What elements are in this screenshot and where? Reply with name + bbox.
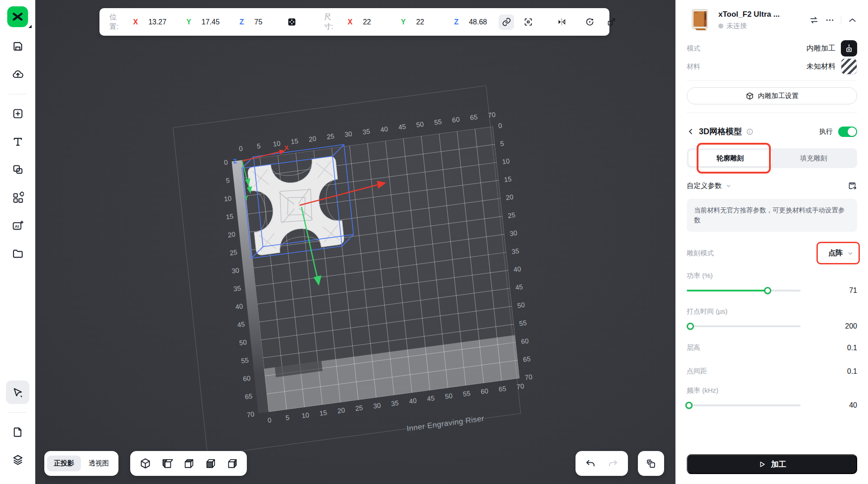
layers-icon [12,454,24,466]
grid-tick-right: 55 [519,319,527,327]
layer-height-value[interactable]: 0.1 [847,344,857,352]
engrave-mode-dropdown[interactable]: 点阵 [828,249,857,258]
grid-tick-bottom: 70 [516,382,524,390]
execute-label: 执行 [819,127,833,136]
flip-horizontal-button[interactable] [554,14,569,30]
sidebar-item-layers[interactable] [6,448,29,471]
switch-device-icon[interactable] [809,15,819,25]
dot-spacing-value[interactable]: 0.1 [847,367,857,376]
x-logo-icon [12,11,24,23]
slider-thumb[interactable] [685,402,693,409]
sidebar-item-text[interactable] [6,130,29,153]
slider-thumb[interactable] [764,287,771,294]
power-value[interactable]: 71 [849,287,857,295]
rotate-button[interactable] [582,14,597,30]
projection-orthographic-button[interactable]: 正投影 [47,456,81,471]
view-left-button[interactable] [157,454,176,473]
mode-badge-button[interactable] [841,40,857,56]
sidebar-item-page[interactable] [6,420,29,443]
device-thumbnail[interactable] [687,7,712,33]
tab-outline-engrave[interactable]: 轮廓雕刻 [689,150,772,166]
save-params-button[interactable] [847,181,857,191]
cube-top-face-icon [183,457,195,470]
position-label: 位置: [109,13,118,32]
copy-icon [646,458,656,469]
sidebar-item-save[interactable] [6,34,29,58]
sidebar-item-shapes[interactable] [6,158,29,181]
frequency-value[interactable]: 40 [849,401,857,409]
duplicate-button[interactable] [638,451,664,476]
mode-value[interactable]: 内雕加工 [807,44,835,53]
grid-tick-right: 25 [507,211,515,220]
material-label: 材料 [687,62,700,71]
grid-tick-bottom: 55 [462,389,471,398]
text-icon [12,136,24,148]
xtool-logo[interactable] [7,6,28,27]
pos-y-value[interactable]: 17.45 [202,18,225,26]
undo-button[interactable] [580,454,601,473]
grid-tick-left: 5 [226,176,230,184]
app-window: AI [0,0,868,484]
sidebar-item-new-project[interactable] [6,102,29,125]
inner-engrave-settings-button[interactable]: 内雕加工设置 [687,87,857,104]
viewport-canvas[interactable]: 0510152025303540455055606570 05101520253… [35,0,675,484]
execute-toggle[interactable] [838,127,857,137]
slider-thumb[interactable] [687,323,694,330]
back-button[interactable] [687,127,695,136]
dot-time-value[interactable]: 200 [845,322,857,330]
more-options-icon[interactable] [825,15,835,25]
grid-tick-right: 45 [515,283,523,291]
sidebar-divider [9,412,27,413]
selection-bounding-box [240,143,361,263]
lock-aspect-ratio-button[interactable] [499,14,514,30]
power-slider[interactable] [687,287,801,295]
size-z-value[interactable]: 48.68 [469,18,492,26]
grid-tick-top: 10 [273,139,281,148]
view-isometric-button[interactable] [136,454,155,473]
anchor-point-button[interactable] [284,14,300,30]
custom-params-dropdown[interactable]: 自定义参数 [687,181,731,191]
size-x-value[interactable]: 22 [363,18,387,26]
section-info[interactable] [746,128,754,136]
cube-front-face-icon [204,457,217,470]
dot-time-slider[interactable] [687,322,801,330]
collapse-panel-icon[interactable] [848,15,857,25]
frequency-slider[interactable] [687,401,801,409]
pos-x-value[interactable]: 13.27 [148,18,172,26]
gizmo-y-label: Y [244,194,249,202]
tab-fill-engrave[interactable]: 填充雕刻 [772,150,856,166]
status-dot-icon [718,23,723,28]
fit-frame-button[interactable] [520,14,536,30]
view-front-button[interactable] [201,454,220,473]
frame-icon [524,17,533,27]
redo-button[interactable] [603,454,623,473]
layer-height-row: 层高 0.1 [687,342,857,354]
size-x-axis: X [348,18,353,26]
view-right-button[interactable] [222,454,241,473]
engrave-mode-value: 点阵 [828,249,843,258]
sidebar-item-elements[interactable] [6,186,29,209]
chevron-down-icon [726,183,731,189]
sidebar-item-files[interactable] [6,242,29,265]
grid-tick-right: 0 [498,122,502,130]
scale-button[interactable] [604,14,619,30]
size-y-value[interactable]: 22 [416,18,439,26]
material-swatch[interactable] [841,58,857,75]
grid-tick-left: 40 [235,302,243,310]
sidebar-item-cloud-upload[interactable] [6,62,29,86]
grid-tick-top: 70 [487,110,495,119]
sidebar-item-select-tool[interactable] [6,381,29,404]
grid-tick-right: 35 [511,247,519,255]
grid-tick-right: 70 [524,373,533,381]
projection-perspective-button[interactable]: 透视图 [82,456,116,471]
view-top-button[interactable] [179,454,198,473]
size-y-axis: Y [401,18,406,26]
pos-z-value[interactable]: 75 [255,18,278,26]
ai-icon: AI [12,220,24,232]
sidebar-item-ai[interactable]: AI [6,214,29,237]
grid-tick-left: 25 [229,248,237,257]
process-button[interactable]: 加工 [687,454,857,474]
grid-tick-left: 50 [239,338,247,347]
material-value[interactable]: 未知材料 [807,62,835,71]
anchor-grid-icon [287,17,297,27]
